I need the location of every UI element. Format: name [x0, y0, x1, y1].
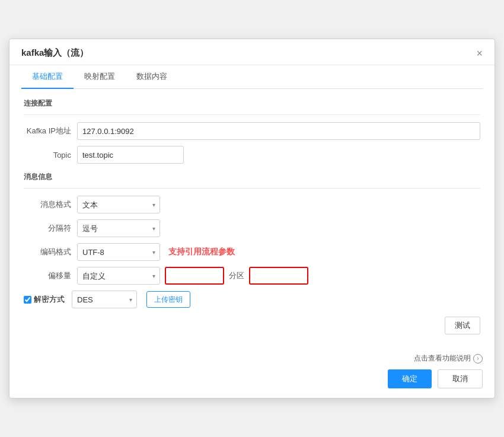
decrypt-select[interactable]: DES AES 3DES [72, 291, 137, 308]
dialog-body: 基础配置 映射配置 数据内容 连接配置 Kafka IP地址 Topic 消息信… [9, 65, 495, 346]
offset-value-input[interactable] [165, 267, 224, 285]
dialog: kafka输入（流） × 基础配置 映射配置 数据内容 连接配置 Kafka I… [9, 39, 495, 398]
help-circle-icon[interactable]: › [473, 354, 483, 363]
separator-select[interactable]: 逗号 制表符 分号 [77, 219, 160, 237]
test-button[interactable]: 测试 [445, 317, 480, 334]
format-label: 消息格式 [24, 199, 77, 210]
message-divider [24, 188, 480, 189]
support-ref-text: 支持引用流程参数 [168, 247, 235, 257]
kafka-ip-row: Kafka IP地址 [24, 122, 480, 140]
cancel-button[interactable]: 取消 [438, 369, 483, 388]
format-select-wrapper: 文本 JSON 二进制 ▾ [77, 196, 160, 213]
dialog-header: kafka输入（流） × [9, 39, 495, 65]
topic-row: Topic [24, 146, 480, 164]
encoding-row: 编码格式 UTF-8 GBK ISO-8859-1 ▾ 支持引用流程参数 [24, 243, 480, 261]
test-row: 测试 [24, 317, 480, 334]
offset-input-group: 分区 [165, 267, 308, 285]
dialog-footer: 点击查看功能说明 › 确定 取消 [9, 346, 495, 398]
kafka-ip-input[interactable] [77, 122, 480, 140]
tab-data-content[interactable]: 数据内容 [126, 65, 178, 89]
encoding-label: 编码格式 [24, 247, 77, 257]
dialog-title: kafka输入（流） [21, 47, 88, 59]
offset-select-wrapper: 自定义 最新 最早 ▾ [77, 267, 160, 285]
upload-key-button[interactable]: 上传密钥 [146, 291, 190, 308]
connection-divider [24, 114, 480, 115]
topic-input[interactable] [77, 146, 184, 164]
basic-config-panel: 连接配置 Kafka IP地址 Topic 消息信息 消息格式 文本 JSON [21, 98, 483, 334]
message-section-label: 消息信息 [24, 172, 480, 182]
decrypt-checkbox-label: 解密方式 [34, 294, 65, 305]
decrypt-select-wrapper: DES AES 3DES ▾ [72, 291, 137, 308]
tab-bar: 基础配置 映射配置 数据内容 [21, 65, 483, 89]
footer-buttons: 确定 取消 [21, 369, 483, 388]
offset-row: 偏移量 自定义 最新 最早 ▾ 分区 [24, 267, 480, 285]
format-select[interactable]: 文本 JSON 二进制 [77, 196, 160, 213]
partition-label: 分区 [229, 270, 244, 281]
partition-value-input[interactable] [249, 267, 308, 285]
confirm-button[interactable]: 确定 [388, 369, 432, 388]
connection-section-label: 连接配置 [24, 98, 480, 109]
kafka-ip-label: Kafka IP地址 [24, 126, 77, 136]
offset-select[interactable]: 自定义 最新 最早 [77, 267, 160, 285]
tab-mapping-config[interactable]: 映射配置 [74, 65, 126, 89]
decrypt-checkbox[interactable] [24, 296, 31, 304]
separator-select-wrapper: 逗号 制表符 分号 ▾ [77, 219, 160, 237]
encoding-select-wrapper: UTF-8 GBK ISO-8859-1 ▾ [77, 243, 160, 261]
tab-basic-config[interactable]: 基础配置 [21, 65, 74, 89]
help-text: 点击查看功能说明 [414, 353, 471, 363]
close-button[interactable]: × [476, 48, 483, 59]
encoding-select[interactable]: UTF-8 GBK ISO-8859-1 [77, 243, 160, 261]
format-row: 消息格式 文本 JSON 二进制 ▾ [24, 196, 480, 213]
offset-label: 偏移量 [24, 270, 77, 281]
separator-row: 分隔符 逗号 制表符 分号 ▾ [24, 219, 480, 237]
decrypt-row: 解密方式 DES AES 3DES ▾ 上传密钥 [24, 291, 480, 308]
topic-label: Topic [24, 151, 77, 160]
footer-help: 点击查看功能说明 › [21, 353, 483, 363]
separator-label: 分隔符 [24, 223, 77, 234]
decrypt-checkbox-wrapper: 解密方式 [24, 294, 65, 305]
